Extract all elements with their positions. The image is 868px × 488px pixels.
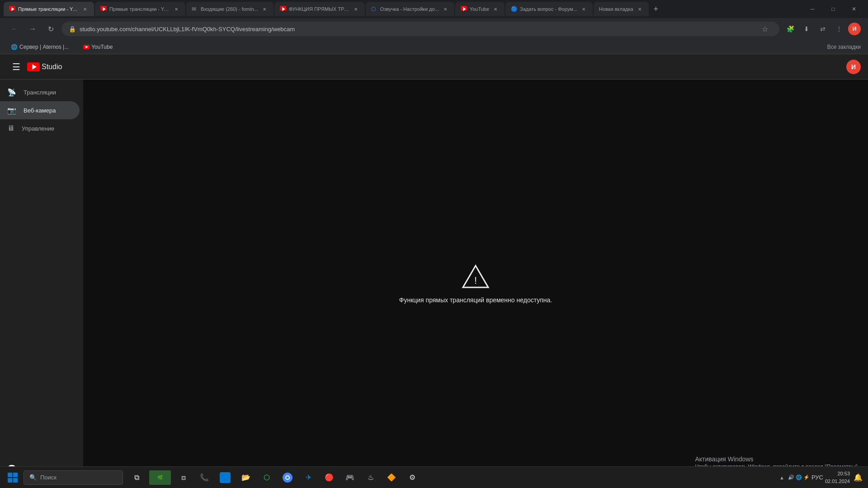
sync-button[interactable]: ⇄ — [816, 22, 830, 36]
taskbar-search-label: Поиск — [40, 474, 57, 481]
tab-5-close[interactable]: ✕ — [442, 5, 449, 13]
tab-7-close[interactable]: ✕ — [580, 5, 587, 13]
start-button[interactable] — [2, 467, 24, 488]
browser-actions: 🧩 ⬇ ⇄ ⋮ И — [783, 22, 861, 36]
youtube-logo-icon — [27, 62, 40, 71]
systray-icons: 🔊 🌐 ⚡ — [788, 474, 810, 480]
taskbar-language[interactable]: РУС — [811, 474, 823, 481]
back-button[interactable]: ← — [7, 22, 22, 36]
taskbar-clock[interactable]: 20:53 02.01.2024 — [825, 470, 850, 485]
app6-icon: 🔶 — [386, 472, 397, 483]
tab-6-favicon — [461, 6, 467, 12]
tab-2-title: Прямые трансляции - Yo... — [109, 6, 170, 12]
webcam-icon: 📷 — [7, 106, 16, 115]
logo-area[interactable]: Studio — [27, 62, 62, 71]
bookmarks-end-label[interactable]: Все закладки — [827, 44, 861, 50]
window-controls: ─ □ ✕ — [802, 0, 864, 18]
maximize-button[interactable]: □ — [823, 0, 844, 18]
tab-7[interactable]: 🔵 Задать вопрос - Форум... ✕ — [505, 2, 593, 16]
tab-1-close[interactable]: ✕ — [81, 5, 89, 13]
taskbar-app1[interactable] — [215, 468, 235, 488]
taskbar-thumbnail[interactable]: 🌿 — [147, 468, 173, 488]
tab-5[interactable]: ⬡ Озвучка - Настройки до... ✕ — [366, 2, 454, 16]
taskbar-chrome[interactable] — [278, 468, 297, 488]
tab-4-favicon — [280, 6, 286, 12]
taskbar-search[interactable]: 🔍 Поиск — [24, 470, 123, 485]
files-icon: 📂 — [241, 472, 251, 483]
taskbar-app5[interactable]: 🎮 — [340, 468, 360, 488]
sidebar-item-manage[interactable]: 🖥 Управление — [0, 119, 80, 137]
taskbar-app3[interactable]: ⬡ — [257, 468, 277, 488]
clock-date: 02.01.2024 — [825, 478, 850, 485]
url-bar[interactable]: 🔒 studio.youtube.com/channel/UCKLLbjL1IK… — [61, 22, 779, 36]
menu-button[interactable]: ⋮ — [832, 22, 846, 36]
user-avatar[interactable]: И — [846, 60, 861, 74]
tab-4-close[interactable]: ✕ — [352, 5, 359, 13]
taskbar-viber[interactable]: 📞 — [194, 468, 214, 488]
tab-1[interactable]: Прямые трансляции - Yo... ✕ — [4, 2, 94, 16]
viber-icon: 📞 — [199, 472, 210, 483]
taskbar-app7[interactable]: ⚙ — [402, 468, 422, 488]
taskbar-steam[interactable]: ♨ — [361, 468, 381, 488]
notification-icon[interactable]: 🔔 — [854, 473, 863, 482]
tab-2[interactable]: Прямые трансляции - Yo... ✕ — [95, 2, 185, 16]
app7-icon: ⚙ — [407, 472, 418, 483]
svg-point-20 — [286, 476, 289, 479]
taskbar-app4[interactable]: 🔴 — [319, 468, 339, 488]
tab-4-title: ФУНКЦИЯ ПРЯМЫХ ТРА... — [289, 6, 349, 12]
sidebar-item-webcam[interactable]: 📷 Веб-камера — [0, 101, 80, 119]
taskbar-telegram[interactable]: ✈ — [298, 468, 318, 488]
taskbar-files[interactable]: 📂 — [236, 468, 256, 488]
refresh-button[interactable]: ↻ — [43, 22, 58, 36]
taskbar-right: ▲ 🔊 🌐 ⚡ РУС 20:53 02.01.2024 🔔 — [779, 470, 866, 485]
tab-6-close[interactable]: ✕ — [492, 5, 499, 13]
bookmark-youtube[interactable]: YouTube — [80, 42, 116, 52]
app-header: ☰ Studio И — [0, 54, 868, 80]
app1-icon — [220, 472, 231, 483]
error-container: ! Функция прямых трансляций временно нед… — [399, 264, 552, 304]
tab-bar: Прямые трансляции - Yo... ✕ Прямые транс… — [0, 0, 868, 18]
systray: ▲ 🔊 🌐 ⚡ — [779, 474, 810, 480]
youtube-studio-app: ☰ Studio И 📡 Трансляции 📷 Веб-камера — [0, 54, 868, 488]
taskbar: 🔍 Поиск ⧉ 🌿 ⧈ 📞 📂 ⬡ — [0, 466, 868, 488]
tab-1-favicon — [9, 6, 15, 12]
chrome-icon — [283, 473, 292, 483]
tab-3-close[interactable]: ✕ — [261, 5, 268, 13]
downloads-button[interactable]: ⬇ — [799, 22, 814, 36]
sidebar-webcam-label: Веб-камера — [24, 107, 56, 114]
new-tab-button[interactable]: + — [650, 3, 662, 15]
bookmark-aternos[interactable]: 🌐 Сервер | Aternos |... — [7, 42, 72, 52]
manage-icon: 🖥 — [7, 124, 14, 132]
tab-4[interactable]: ФУНКЦИЯ ПРЯМЫХ ТРА... ✕ — [274, 2, 365, 16]
windows-logo-icon — [7, 472, 18, 483]
sidebar-item-streams[interactable]: 📡 Трансляции — [0, 83, 80, 101]
url-text: studio.youtube.com/channel/UCKLLbjL1IK-f… — [80, 26, 754, 33]
content-area: ! Функция прямых трансляций временно нед… — [83, 80, 868, 488]
sidebar-nav: 📡 Трансляции 📷 Веб-камера 🖥 Управление — [0, 83, 83, 455]
systray-arrow[interactable]: ▲ — [779, 475, 784, 480]
task-view-icon: ⧉ — [131, 472, 142, 483]
bookmark-youtube-label: YouTube — [91, 44, 113, 50]
bookmark-aternos-favicon: 🌐 — [11, 44, 18, 50]
taskbar-thumbnail-preview: 🌿 — [149, 470, 171, 485]
tab-8[interactable]: Новая вкладка ✕ — [594, 2, 649, 16]
taskbar-app6[interactable]: 🔶 — [382, 468, 401, 488]
profile-button[interactable]: И — [848, 23, 861, 35]
tab-2-close[interactable]: ✕ — [173, 5, 180, 13]
tab-3-title: Входящие (260) - fomin... — [201, 6, 258, 12]
steam-icon: ♨ — [365, 472, 376, 483]
svg-text:!: ! — [474, 275, 477, 286]
tab-7-favicon: 🔵 — [511, 6, 517, 12]
tab-3[interactable]: ✉ Входящие (260) - fomin... ✕ — [186, 2, 274, 16]
taskbar-task-view[interactable]: ⧉ — [127, 468, 146, 488]
tab-6[interactable]: YouTube ✕ — [455, 2, 505, 16]
minimize-button[interactable]: ─ — [802, 0, 823, 18]
extensions-button[interactable]: 🧩 — [783, 22, 797, 36]
tab-1-title: Прямые трансляции - Yo... — [18, 6, 79, 12]
forward-button[interactable]: → — [25, 22, 40, 36]
hamburger-menu-button[interactable]: ☰ — [7, 58, 25, 76]
bookmark-icon[interactable]: ☆ — [758, 22, 772, 36]
tab-8-close[interactable]: ✕ — [636, 5, 643, 13]
taskbar-explorer[interactable]: ⧈ — [174, 468, 193, 488]
close-button[interactable]: ✕ — [844, 0, 864, 18]
